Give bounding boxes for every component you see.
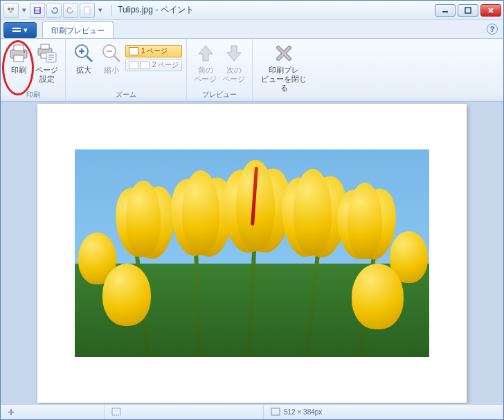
window-title: Tulips.jpg - ペイント — [116, 4, 435, 16]
cursor-position-icon: ✛ — [8, 408, 15, 417]
next-page-label: 次の ページ — [222, 66, 245, 84]
two-page-icon-2 — [140, 61, 150, 69]
app-icon[interactable] — [3, 3, 19, 18]
svg-rect-7 — [442, 11, 448, 12]
window-controls — [435, 4, 503, 17]
prev-page-button[interactable]: 前の ページ — [191, 41, 219, 85]
close-button[interactable] — [480, 4, 501, 17]
svg-point-0 — [8, 8, 10, 10]
ribbon-group-zoom-label: ズーム — [116, 90, 136, 101]
one-page-button[interactable]: 1 ページ — [125, 45, 182, 57]
dimensions-text: 512 × 384px — [284, 408, 322, 416]
page-setup-icon — [36, 42, 58, 64]
file-menu-icon — [12, 27, 21, 34]
print-button[interactable]: 印刷 — [5, 41, 33, 76]
preview-image — [75, 149, 429, 357]
page-setup-label: ページ 設定 — [35, 66, 58, 84]
ribbon-group-print-label: 印刷 — [26, 90, 40, 101]
tab-label: 印刷プレビュー — [51, 26, 105, 36]
status-image-dimensions: 512 × 384px — [264, 405, 503, 419]
qat-new-button[interactable] — [80, 3, 95, 18]
chevron-down-icon: ▾ — [24, 26, 28, 35]
zoom-in-button[interactable]: 拡大 — [70, 41, 98, 76]
tab-print-preview[interactable]: 印刷プレビュー — [42, 21, 114, 38]
svg-point-2 — [10, 10, 12, 13]
app-window: ▾ ▾ Tulips.jpg - ペイント — [0, 0, 504, 420]
svg-rect-9 — [12, 28, 21, 29]
svg-point-1 — [11, 8, 14, 10]
print-label: 印刷 — [11, 66, 26, 75]
svg-rect-30 — [271, 408, 280, 415]
ribbon-group-preview: 前の ページ 次の ページ プレビュー — [187, 39, 253, 101]
printer-icon — [8, 42, 30, 64]
preview-area[interactable] — [1, 102, 503, 404]
title-separator — [111, 5, 112, 16]
status-cursor-pos: ✛ — [1, 405, 105, 419]
zoom-in-label: 拡大 — [76, 66, 91, 75]
selection-size-icon — [111, 408, 121, 417]
svg-rect-13 — [14, 55, 24, 62]
next-page-button[interactable]: 次の ページ — [219, 41, 248, 85]
help-icon: ? — [490, 25, 495, 33]
prev-page-label: 前の ページ — [194, 66, 217, 84]
minimize-button[interactable] — [435, 4, 456, 17]
svg-rect-29 — [112, 408, 120, 415]
svg-rect-5 — [35, 10, 39, 13]
svg-rect-4 — [35, 8, 39, 10]
titlebar: ▾ ▾ Tulips.jpg - ペイント — [1, 1, 503, 20]
quick-access-toolbar: ▾ ▾ — [1, 3, 107, 18]
two-page-button[interactable]: 2 ページ — [125, 59, 182, 71]
svg-line-27 — [114, 56, 120, 62]
svg-rect-20 — [48, 57, 54, 58]
one-page-label: 1 ページ — [141, 46, 168, 56]
status-bar: ✛ 512 × 384px — [1, 404, 503, 419]
arrow-up-icon — [195, 42, 217, 64]
page-setup-button[interactable]: ページ 設定 — [33, 41, 61, 85]
ribbon-group-print: 印刷 ページ 設定 印刷 — [1, 39, 66, 101]
ribbon-group-preview-label: プレビュー — [202, 90, 237, 101]
zoom-in-icon — [73, 42, 95, 64]
svg-rect-8 — [465, 8, 471, 13]
qat-redo-button[interactable] — [63, 3, 78, 18]
page-view-options: 1 ページ 2 ページ — [125, 41, 182, 71]
svg-rect-12 — [14, 45, 24, 51]
ribbon-group-close: 印刷プレ ビューを閉じる — [253, 39, 315, 101]
ribbon: 印刷 ページ 設定 印刷 拡大 — [1, 38, 503, 102]
svg-line-23 — [87, 56, 92, 62]
maximize-button[interactable] — [458, 4, 478, 17]
file-menu-button[interactable]: ▾ — [3, 22, 37, 38]
svg-rect-6 — [84, 7, 90, 14]
help-button[interactable]: ? — [487, 24, 498, 35]
tab-strip: ▾ 印刷プレビュー ? — [1, 20, 503, 38]
svg-rect-10 — [12, 30, 21, 32]
svg-rect-21 — [48, 59, 52, 60]
two-page-label: 2 ページ — [152, 60, 179, 70]
ribbon-group-zoom: 拡大 縮小 1 ページ 2 ページ — [66, 39, 187, 101]
arrow-down-icon — [223, 42, 245, 64]
one-page-icon — [129, 47, 138, 55]
svg-rect-19 — [48, 55, 54, 56]
zoom-out-button[interactable]: 縮小 — [98, 41, 125, 76]
close-preview-label: 印刷プレ ビューを閉じる — [260, 66, 308, 93]
zoom-out-icon — [100, 42, 123, 64]
qat-customize-dropdown-icon[interactable]: ▾ — [96, 6, 105, 15]
svg-rect-16 — [41, 44, 49, 49]
qat-undo-button[interactable] — [46, 3, 62, 18]
qat-save-button[interactable] — [30, 3, 45, 18]
two-page-icon — [129, 61, 138, 69]
svg-point-14 — [24, 51, 26, 53]
app-menu-dropdown-icon[interactable]: ▾ — [20, 6, 28, 15]
zoom-out-label: 縮小 — [104, 66, 119, 75]
preview-page — [37, 104, 467, 403]
dimensions-icon — [271, 408, 280, 417]
close-preview-icon — [273, 42, 295, 64]
close-preview-button[interactable]: 印刷プレ ビューを閉じる — [257, 41, 311, 94]
status-selection — [105, 405, 264, 419]
